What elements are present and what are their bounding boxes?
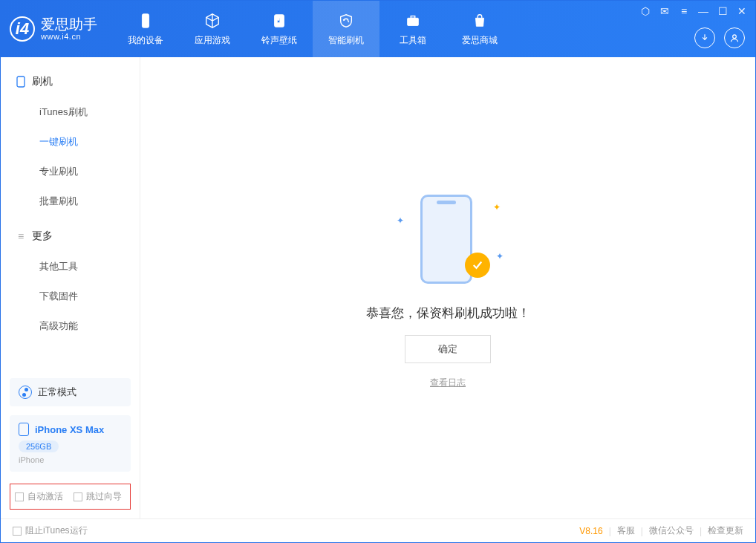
checkbox-auto-activate[interactable]: 自动激活	[15, 490, 63, 503]
checkbox-icon	[74, 492, 82, 501]
sparkle-icon: ✦	[496, 251, 504, 261]
nav-label: 铃声壁纸	[261, 34, 297, 47]
app-title: 爱思助手	[41, 17, 97, 33]
nav-label: 我的设备	[128, 34, 163, 47]
svg-rect-2	[408, 18, 419, 25]
checkmark-badge-icon	[465, 253, 490, 278]
mode-card[interactable]: 正常模式	[10, 378, 131, 406]
shirt-icon[interactable]: ⬡	[639, 5, 651, 17]
sparkle-icon: ✦	[493, 202, 501, 212]
list-icon: ≡	[16, 231, 26, 241]
sidebar: 刷机 iTunes刷机 一键刷机 专业刷机 批量刷机 ≡ 更多 其他工具 下载固…	[1, 57, 140, 518]
nav-label: 智能刷机	[328, 34, 364, 47]
view-log-link[interactable]: 查看日志	[430, 377, 466, 389]
checkbox-icon	[13, 527, 22, 536]
app-body: 刷机 iTunes刷机 一键刷机 专业刷机 批量刷机 ≡ 更多 其他工具 下载固…	[1, 57, 755, 518]
nav-ringtone-wallpaper[interactable]: 铃声壁纸	[246, 1, 313, 57]
separator: |	[700, 526, 702, 536]
header-actions	[694, 27, 745, 48]
sidebar-item-onekey-flash[interactable]: 一键刷机	[16, 127, 125, 157]
version-label: V8.16	[579, 526, 602, 536]
check-update-link[interactable]: 检查更新	[708, 524, 743, 537]
app-window: i4 爱思助手 www.i4.cn 我的设备 应用游戏 铃声壁纸 智能刷机	[0, 0, 756, 543]
success-message: 恭喜您，保资料刷机成功啦！	[366, 305, 530, 322]
app-logo: i4 爱思助手 www.i4.cn	[10, 16, 97, 42]
svg-rect-5	[17, 77, 25, 87]
download-button[interactable]	[694, 27, 715, 48]
sidebar-item-advanced[interactable]: 高级功能	[16, 311, 125, 341]
success-illustration: ✦ ✦ ✦	[392, 187, 504, 291]
device-card[interactable]: iPhone XS Max 256GB iPhone	[10, 415, 131, 472]
nav-my-device[interactable]: 我的设备	[112, 1, 179, 57]
nav-toolbox[interactable]: 工具箱	[379, 1, 446, 57]
main-nav: 我的设备 应用游戏 铃声壁纸 智能刷机 工具箱 爱思商城	[112, 1, 513, 57]
phone-icon	[137, 12, 154, 30]
options-row: 自动激活 跳过向导	[10, 484, 131, 510]
device-phone-icon	[19, 423, 29, 436]
nav-label: 爱思商城	[462, 34, 498, 47]
checkbox-label: 跳过向导	[86, 490, 122, 503]
titlebar: i4 爱思助手 www.i4.cn 我的设备 应用游戏 铃声壁纸 智能刷机	[1, 1, 755, 57]
sparkle-icon: ✦	[397, 215, 404, 226]
mode-label: 正常模式	[38, 386, 76, 399]
phone-graphic	[420, 195, 472, 284]
bag-icon	[471, 12, 489, 30]
footer: 阻止iTunes运行 V8.16 | 客服 | 微信公众号 | 检查更新	[1, 518, 755, 542]
sidebar-item-batch-flash[interactable]: 批量刷机	[16, 186, 125, 216]
logo-icon: i4	[10, 16, 35, 42]
toolbox-icon	[404, 12, 422, 30]
svg-rect-3	[411, 16, 415, 18]
nav-store[interactable]: 爱思商城	[446, 1, 513, 57]
music-file-icon	[270, 12, 288, 30]
separator: |	[641, 526, 643, 536]
app-subtitle: www.i4.cn	[41, 32, 97, 41]
nav-smart-flash[interactable]: 智能刷机	[313, 1, 379, 57]
checkbox-label: 阻止iTunes运行	[25, 524, 88, 537]
sidebar-item-download-firmware[interactable]: 下载固件	[16, 282, 125, 311]
checkbox-label: 自动激活	[27, 490, 63, 503]
sidebar-item-pro-flash[interactable]: 专业刷机	[16, 157, 125, 186]
svg-point-4	[733, 35, 737, 39]
checkbox-block-itunes[interactable]: 阻止iTunes运行	[13, 524, 88, 537]
nav-label: 工具箱	[400, 34, 426, 47]
nav-label: 应用游戏	[195, 34, 230, 47]
window-controls: ⬡ ✉ ≡ — ☐ ✕	[639, 5, 748, 17]
section-title: 更多	[32, 230, 53, 243]
separator: |	[609, 526, 611, 536]
mode-icon	[19, 386, 32, 399]
cube-icon	[203, 12, 221, 30]
sidebar-section-more: ≡ 更多	[16, 225, 125, 247]
sidebar-item-other-tools[interactable]: 其他工具	[16, 252, 125, 282]
checkbox-skip-guide[interactable]: 跳过向导	[74, 490, 122, 503]
feedback-icon[interactable]: ✉	[659, 5, 671, 17]
device-icon	[16, 77, 26, 87]
maximize-button[interactable]: ☐	[717, 5, 729, 17]
checkbox-icon	[15, 492, 24, 501]
close-button[interactable]: ✕	[736, 5, 748, 17]
menu-icon[interactable]: ≡	[678, 5, 690, 17]
refresh-shield-icon	[337, 12, 355, 30]
support-link[interactable]: 客服	[617, 524, 635, 537]
svg-rect-0	[142, 13, 149, 27]
device-name: iPhone XS Max	[35, 424, 104, 435]
wechat-link[interactable]: 微信公众号	[649, 524, 694, 537]
minimize-button[interactable]: —	[697, 5, 709, 17]
user-button[interactable]	[724, 27, 745, 48]
device-type: iPhone	[19, 455, 122, 464]
sidebar-item-itunes-flash[interactable]: iTunes刷机	[16, 97, 125, 127]
ok-button[interactable]: 确定	[405, 335, 491, 363]
nav-apps-games[interactable]: 应用游戏	[179, 1, 246, 57]
sidebar-section-flash: 刷机	[16, 71, 125, 93]
main-content: ✦ ✦ ✦ 恭喜您，保资料刷机成功啦！ 确定 查看日志	[140, 57, 755, 518]
device-storage: 256GB	[19, 440, 59, 452]
section-title: 刷机	[32, 75, 53, 88]
